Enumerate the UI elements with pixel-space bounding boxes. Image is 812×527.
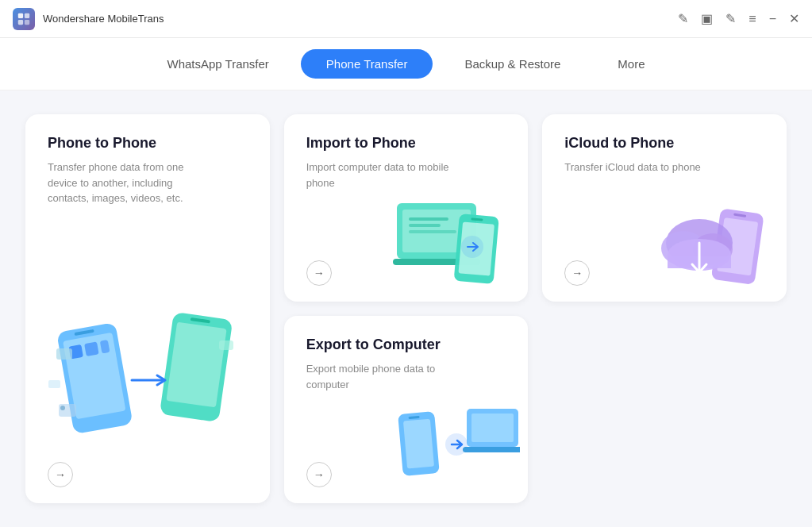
export-illustration	[393, 389, 520, 492]
close-icon[interactable]: ✕	[789, 13, 799, 25]
card-import-desc: Import computer data to mobile phone	[306, 160, 449, 190]
card-import-arrow[interactable]: →	[306, 260, 332, 286]
svg-rect-23	[409, 230, 456, 233]
svg-rect-13	[56, 348, 72, 360]
card-phone-to-phone-arrow[interactable]: →	[48, 462, 73, 487]
import-illustration	[393, 187, 520, 290]
card-phone-to-phone-desc: Transfer phone data from one device to a…	[48, 160, 190, 206]
card-export-to-computer[interactable]: Export to Computer Export mobile phone d…	[284, 316, 529, 503]
app-title: Wondershare MobileTrans	[43, 13, 678, 25]
svg-rect-37	[403, 419, 434, 469]
svg-point-17	[60, 406, 65, 410]
person-icon[interactable]: ✎	[678, 13, 688, 25]
card-icloud-title: iCloud to Phone	[564, 135, 764, 152]
svg-rect-21	[409, 217, 448, 221]
square-icon[interactable]: ▣	[701, 13, 713, 25]
svg-rect-14	[219, 340, 233, 350]
app-logo	[13, 8, 35, 30]
minimize-icon[interactable]: −	[769, 13, 776, 25]
navbar: WhatsApp Transfer Phone Transfer Backup …	[0, 38, 812, 90]
card-icloud-desc: Transfer iCloud data to phone	[564, 160, 707, 175]
svg-rect-8	[84, 341, 99, 356]
edit-icon[interactable]: ✎	[725, 13, 736, 25]
svg-rect-41	[471, 414, 514, 442]
main-content: Phone to Phone Transfer phone data from …	[0, 90, 812, 527]
card-export-arrow[interactable]: →	[306, 462, 332, 487]
card-import-title: Import to Phone	[306, 135, 506, 152]
card-export-title: Export to Computer	[306, 337, 506, 353]
svg-rect-16	[59, 404, 76, 417]
icloud-illustration	[652, 187, 779, 290]
tab-backup-restore[interactable]: Backup & Restore	[439, 49, 586, 79]
tab-more[interactable]: More	[592, 49, 670, 79]
card-phone-to-phone-title: Phone to Phone	[48, 135, 248, 152]
svg-rect-2	[18, 19, 23, 24]
titlebar: Wondershare MobileTrans ✎ ▣ ✎ ≡ − ✕	[0, 0, 812, 38]
cards-grid: Phone to Phone Transfer phone data from …	[25, 114, 787, 503]
phone-to-phone-illustration	[44, 301, 251, 460]
card-icloud-to-phone[interactable]: iCloud to Phone Transfer iCloud data to …	[542, 114, 787, 302]
svg-rect-42	[463, 447, 520, 452]
card-phone-to-phone[interactable]: Phone to Phone Transfer phone data from …	[25, 114, 270, 503]
tab-phone-transfer[interactable]: Phone Transfer	[301, 49, 433, 79]
card-import-to-phone[interactable]: Import to Phone Import computer data to …	[284, 114, 529, 302]
svg-rect-15	[48, 380, 60, 388]
tab-whatsapp-transfer[interactable]: WhatsApp Transfer	[141, 49, 294, 79]
window-controls: ✎ ▣ ✎ ≡ − ✕	[678, 13, 799, 25]
card-export-desc: Export mobile phone data to computer	[306, 361, 449, 392]
svg-rect-1	[25, 13, 29, 17]
card-icloud-arrow[interactable]: →	[564, 260, 590, 286]
svg-rect-22	[409, 224, 441, 227]
svg-rect-3	[25, 19, 29, 24]
svg-rect-0	[18, 13, 23, 17]
menu-icon[interactable]: ≡	[749, 13, 756, 25]
